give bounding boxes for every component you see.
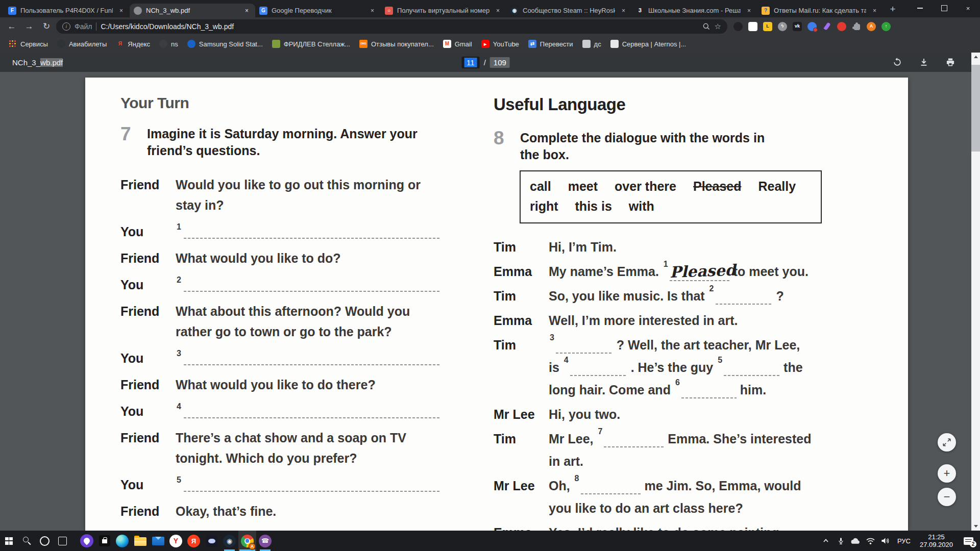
answer-blank: Pleased (670, 262, 730, 281)
tab-close-icon[interactable]: × (242, 6, 251, 15)
bookmark-item[interactable]: Авиабилеты (53, 38, 111, 50)
mail-icon (152, 537, 164, 545)
microphone-icon[interactable] (834, 531, 848, 551)
tab-close-icon[interactable]: × (494, 6, 502, 15)
word-box-word: right (530, 196, 558, 216)
maximize-button[interactable] (932, 0, 956, 16)
browser-tab[interactable]: ◉Сообщество Steam :: HeyRoskon× (506, 4, 632, 17)
tab-close-icon[interactable]: × (745, 6, 753, 15)
bookmark-item[interactable]: ЯЯндекс (111, 38, 155, 50)
red-extension-icon[interactable] (837, 22, 846, 31)
answer-blank (581, 479, 641, 494)
page-info-icon[interactable]: i (62, 22, 70, 31)
bookmark-item[interactable]: MGmail (438, 38, 477, 50)
profile-avatar[interactable]: A (867, 22, 876, 31)
blank-number: 2 (709, 284, 714, 293)
tab-close-icon[interactable]: × (368, 6, 377, 15)
discord-icon (206, 535, 217, 547)
browser-tab[interactable]: ?Ответы Mail.ru: Как сделать так× (757, 4, 883, 17)
scrollbar[interactable] (971, 53, 980, 531)
browser-tab[interactable]: FПользователь P4R4D0X / FunPay× (4, 4, 130, 17)
bookmark-item[interactable]: DNSОтзывы покупател... (355, 38, 438, 50)
tab-close-icon[interactable]: × (117, 6, 126, 15)
forward-icon[interactable]: → (21, 19, 37, 34)
page-number-input[interactable]: 11 (461, 57, 480, 68)
tab-close-icon[interactable]: × (619, 6, 628, 15)
bookmark-star-icon[interactable]: ☆ (715, 22, 721, 31)
tab-title: Школьные Знания.com - Решае (648, 7, 741, 14)
rotate-icon[interactable] (892, 57, 903, 68)
browser-tab[interactable]: NCh_3_wb.pdf× (130, 4, 255, 17)
fit-page-button[interactable] (938, 433, 956, 452)
search-button[interactable] (18, 531, 36, 551)
scrollbar-thumb[interactable] (971, 65, 980, 152)
back-icon[interactable]: ← (4, 19, 19, 34)
zoom-out-button[interactable]: − (938, 488, 956, 506)
speaker-label: Friend (120, 428, 176, 468)
new-tab-button[interactable]: + (885, 2, 900, 16)
section-title-your-turn: Your Turn (120, 94, 441, 112)
url-omnibox[interactable]: i Файл C:/Users/kidco/Downloads/NCh_3_wb… (56, 19, 727, 34)
browser-tab[interactable]: ○Получить виртуальный номер т× (381, 4, 506, 17)
print-icon[interactable] (945, 57, 956, 68)
language-indicator[interactable]: РУС (893, 537, 915, 545)
chrome-button[interactable]: A (238, 531, 256, 551)
yandex-alice-button[interactable] (78, 531, 95, 551)
dialogue-segment: Okay, that’s fine. (176, 504, 276, 518)
pdf-filename-prefix: NCh_3_ (12, 58, 40, 67)
zoom-in-button[interactable]: + (938, 464, 956, 483)
cat-extension-icon[interactable] (733, 22, 743, 31)
tray-expand-icon[interactable] (819, 531, 834, 551)
mail-button[interactable] (149, 531, 167, 551)
yandex-browser-button[interactable]: Y (167, 531, 185, 551)
chart-extension-icon[interactable] (748, 22, 757, 31)
bookmark-item[interactable]: Сервисы (4, 38, 53, 50)
start-button[interactable] (0, 531, 18, 551)
taskbar-clock[interactable]: 21:25 27.09.2020 (915, 533, 958, 548)
dialogue-row: FriendWhat about this afternoon? Would y… (120, 301, 441, 342)
bookmark-item[interactable]: дс (578, 38, 606, 50)
volume-icon[interactable] (878, 531, 893, 551)
cortana-button[interactable] (36, 531, 54, 551)
pdf-viewport[interactable]: Your Turn 7 Imagine it is Saturday morni… (0, 72, 971, 531)
microsoft-store-button[interactable] (95, 531, 113, 551)
bookmark-item[interactable]: ns (155, 38, 183, 50)
green-arrow-extension-icon[interactable]: ↑ (881, 22, 891, 31)
browser-tab[interactable]: ЗШкольные Знания.com - Решае× (632, 4, 757, 17)
edge-button[interactable] (113, 531, 131, 551)
close-button[interactable]: × (956, 0, 980, 16)
scroll-up-icon[interactable] (971, 53, 980, 61)
steam-button[interactable]: ◉ (220, 531, 238, 551)
blue-badge-extension-icon[interactable] (807, 22, 817, 31)
tab-close-icon[interactable]: × (870, 6, 879, 15)
bookmark-item[interactable]: Сервера | Aternos |... (606, 38, 691, 50)
action-center-button[interactable]: 2 (958, 531, 979, 551)
viber-button[interactable]: ☎ (256, 531, 274, 551)
minimize-button[interactable] (908, 0, 932, 16)
page-indicator: 11 / 109 (461, 53, 510, 72)
scroll-down-icon[interactable] (971, 522, 980, 531)
browser-tab[interactable]: GGoogle Переводчик× (255, 4, 381, 17)
download-icon[interactable] (918, 57, 929, 68)
extensions-puzzle-icon[interactable] (852, 22, 861, 31)
vk-extension-icon[interactable]: vk (793, 22, 802, 31)
url-text[interactable]: C:/Users/kidco/Downloads/NCh_3_wb.pdf (101, 22, 698, 31)
bookmark-item[interactable]: ▶YouTube (477, 38, 524, 50)
onedrive-icon[interactable] (848, 531, 863, 551)
wifi-icon[interactable] (863, 531, 878, 551)
discord-button[interactable] (203, 531, 220, 551)
bookmark-item[interactable]: ФРИДЛЕВ Стеллаж... (267, 38, 355, 50)
bookmark-item[interactable]: ⇄Перевести (524, 38, 578, 50)
dialogue-row: You5 (120, 474, 441, 495)
bookmark-item[interactable]: Samsung Solid Stat... (183, 38, 267, 50)
lightning-extension-icon[interactable]: ϟ (778, 22, 787, 31)
yellow-l-extension-icon[interactable]: L (763, 22, 772, 31)
feather-extension-icon[interactable] (822, 22, 831, 31)
search-icon[interactable] (702, 22, 710, 31)
reload-icon[interactable]: ↻ (39, 19, 54, 34)
yandex-button[interactable]: Я (185, 531, 203, 551)
file-explorer-button[interactable] (131, 531, 149, 551)
exercise-instruction: Complete the dialogue with the words int… (520, 130, 765, 163)
word-box-word: Pleased (693, 177, 742, 196)
task-view-button[interactable] (54, 531, 71, 551)
